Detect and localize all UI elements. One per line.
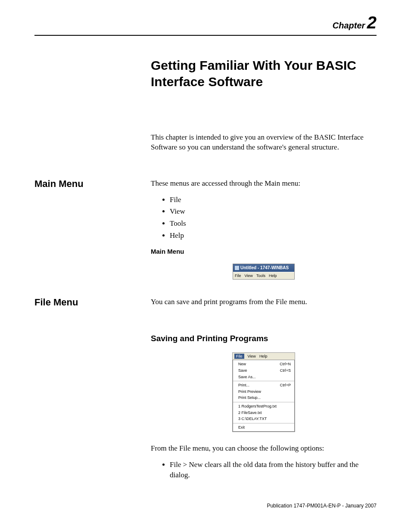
section-heading-main-menu: Main Menu <box>34 178 84 190</box>
menu-item-print-setup: Print Setup... <box>238 395 261 401</box>
shortcut: Ctrl+P <box>280 383 291 388</box>
app-icon <box>235 266 239 270</box>
file-menu-options-list: File > New clears all the old data from … <box>170 460 377 480</box>
file-menu-lead: You can save and print programs from the… <box>151 297 377 307</box>
publication-footer: Publication 1747-PM001A-EN-P - January 2… <box>267 503 377 509</box>
shortcut: Ctrl+N <box>280 361 291 367</box>
list-item: Tools <box>170 218 377 229</box>
menu-item-new: New <box>238 361 246 367</box>
file-menu-screenshot: File View Help NewCtrl+N SaveCtrl+S Save… <box>232 352 295 432</box>
menu-item-print: Print... <box>238 383 249 388</box>
chapter-header: Chapter 2 <box>34 13 377 36</box>
file-menu-after: From the File menu, you can choose the f… <box>151 443 377 454</box>
window-title: Untitled - 1747-WINBAS <box>240 265 289 271</box>
menu-item: Help <box>269 273 277 279</box>
menu-item-save-as: Save As... <box>238 374 256 380</box>
menu-item-exit: Exit <box>238 425 245 430</box>
shortcut: Ctrl+S <box>280 368 291 373</box>
list-item: View <box>170 206 377 217</box>
menubar-help: Help <box>259 354 268 359</box>
section-heading-file-menu: File Menu <box>34 297 78 308</box>
menubar-file: File <box>234 354 244 359</box>
list-item: File > New clears all the old data from … <box>170 460 377 480</box>
chapter-label: Chapter <box>333 21 365 30</box>
main-menu-list: File View Tools Help <box>170 195 377 241</box>
main-menu-lead: These menus are accessed through the Mai… <box>151 178 377 189</box>
intro-paragraph: This chapter is intended to give you an … <box>151 133 377 152</box>
menu-item: View <box>245 273 253 279</box>
subheading-saving-printing: Saving and Printing Programs <box>151 333 377 345</box>
list-item: Help <box>170 230 377 241</box>
menu-item-save: Save <box>238 368 247 373</box>
menubar-view: View <box>248 354 256 359</box>
main-menu-window-screenshot: Untitled - 1747-WINBAS File View Tools H… <box>233 264 295 280</box>
menu-item-recent-2: 2 FileSave.txt <box>238 410 262 416</box>
menu-item-print-preview: Print Preview <box>238 389 261 395</box>
menu-item: Tools <box>256 273 265 279</box>
list-item: File <box>170 195 377 205</box>
chapter-number: 2 <box>367 13 377 32</box>
page-title: Getting Familiar With Your BASIC Interfa… <box>151 57 377 90</box>
menu-item-recent-3: 3 C:\DELAY.TXT <box>238 416 267 422</box>
menu-item: File <box>235 273 241 279</box>
figure-caption-main-menu: Main Menu <box>151 247 377 256</box>
menu-item-recent-1: 1 RodgersTestProg.txt <box>238 404 277 409</box>
